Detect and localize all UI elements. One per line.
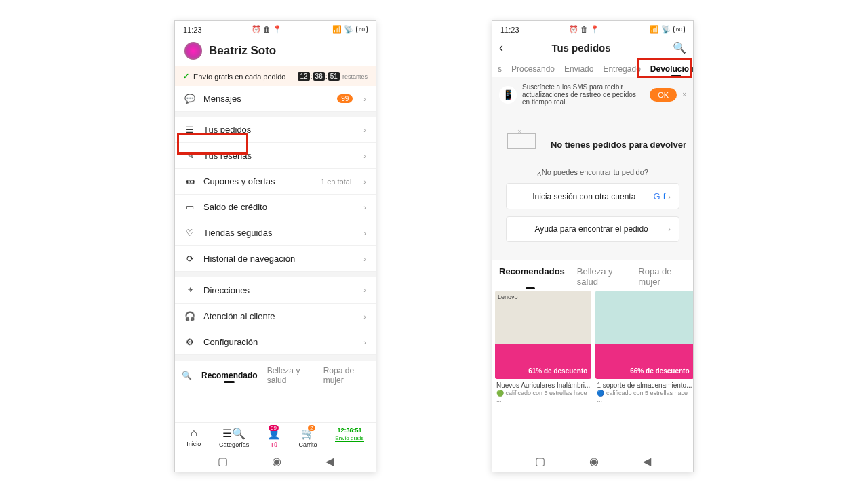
- heart-icon: ♡: [184, 228, 195, 238]
- tab-belleza[interactable]: Belleza y salud: [577, 266, 627, 287]
- row-saldo[interactable]: ▭ Saldo de crédito ›: [175, 195, 376, 220]
- android-nav: ▢ ◉ ◀: [175, 449, 376, 472]
- chevron-right-icon: ›: [363, 312, 366, 321]
- rec-tabs-2: Recomendados Belleza y salud Ropa de muj…: [492, 260, 693, 291]
- product-grid: Lenovo 61% de descuento Nuevos Auricular…: [492, 291, 693, 404]
- categories-icon: ☰🔍: [222, 427, 245, 440]
- check-icon: ✓: [183, 72, 189, 81]
- close-icon[interactable]: ×: [682, 91, 686, 98]
- chat-icon: 💬: [184, 94, 195, 104]
- row-mensajes[interactable]: 💬 Mensajes 99 ›: [175, 86, 376, 112]
- chevron-right-icon: ›: [363, 286, 366, 294]
- avatar[interactable]: [184, 42, 202, 60]
- tab-ropa[interactable]: Ropa de mujer: [323, 366, 369, 385]
- row-config[interactable]: ⚙ Configuración ›: [175, 329, 376, 355]
- back-key-icon[interactable]: ◀: [326, 455, 334, 468]
- chevron-right-icon: ›: [363, 338, 366, 346]
- chevron-right-icon: ›: [668, 225, 671, 233]
- signin-card[interactable]: Inicia sesión con otra cuenta G f ›: [506, 183, 679, 209]
- home-key-icon[interactable]: ◉: [272, 455, 281, 468]
- rec-tabs: 🔍 Recomendado Belleza y salud Ropa de mu…: [175, 361, 376, 390]
- free-shipping-banner: ✓ Envío gratis en cada pedido 12:36:51 r…: [175, 66, 376, 86]
- tab-entregado[interactable]: Entregado: [603, 64, 640, 74]
- home-icon: ⌂: [191, 427, 197, 439]
- android-nav: ▢ ◉ ◀: [492, 449, 693, 472]
- sms-icon: 📱: [499, 86, 517, 104]
- product-image: 66% de descuento: [595, 291, 693, 379]
- empty-box-icon: [507, 133, 536, 149]
- battery-icon: 60: [356, 26, 368, 33]
- credit-icon: ▭: [184, 202, 195, 212]
- back-key-icon[interactable]: ◀: [643, 455, 651, 468]
- chevron-right-icon: ›: [363, 255, 366, 263]
- chevron-right-icon: ›: [363, 95, 366, 103]
- phone-orders: 11:23 ⏰ 🗑 📍 📶 📡 60 ‹ Tus pedidos 🔍 s Pro…: [492, 20, 694, 472]
- status-bar: 11:23 ⏰ 🗑 📍 📶 📡 60: [175, 21, 376, 35]
- help-card[interactable]: Ayuda para encontrar el pedido ›: [506, 216, 679, 242]
- product-card[interactable]: 66% de descuento 1 soporte de almacenami…: [595, 291, 693, 404]
- msg-badge: 99: [337, 94, 353, 103]
- search-icon[interactable]: 🔍: [182, 371, 192, 380]
- support-icon: 🎧: [184, 311, 195, 321]
- row-historial[interactable]: ⟳ Historial de navegación ›: [175, 246, 376, 272]
- nav-categorias[interactable]: ☰🔍Categorías: [219, 427, 249, 448]
- row-direcciones[interactable]: ⌖ Direcciones ›: [175, 277, 376, 304]
- find-text: ¿No puedes encontrar tu pedido?: [499, 168, 686, 176]
- status-right: 📶 📡 60: [332, 25, 368, 34]
- product-card[interactable]: Lenovo 61% de descuento Nuevos Auricular…: [495, 291, 591, 404]
- orders-header: ‹ Tus pedidos 🔍: [492, 35, 693, 60]
- tab-procesando[interactable]: Procesando: [511, 64, 555, 74]
- chevron-right-icon: ›: [363, 178, 366, 186]
- ok-button[interactable]: OK: [650, 88, 677, 102]
- tab-belleza[interactable]: Belleza y salud: [267, 366, 314, 385]
- search-icon[interactable]: 🔍: [673, 41, 686, 54]
- chevron-right-icon: ›: [668, 192, 671, 201]
- tab-recomendados[interactable]: Recomendados: [499, 266, 565, 287]
- tab-recomendado[interactable]: Recomendado: [201, 371, 258, 380]
- tab-enviado[interactable]: Enviado: [564, 64, 593, 74]
- recent-icon[interactable]: ▢: [218, 455, 228, 468]
- shipping-text: Envío gratis en cada pedido: [193, 73, 285, 81]
- chevron-right-icon: ›: [363, 203, 366, 211]
- sms-banner: 📱 Suscríbete a los SMS para recibir actu…: [492, 77, 693, 113]
- tab-ropa[interactable]: Ropa de mujer: [638, 266, 686, 287]
- bottom-nav: ⌂Inicio ☰🔍Categorías 👤99Tú 🛒2Carrito 12:…: [175, 422, 376, 449]
- highlight-pedidos: [177, 133, 248, 155]
- phone-account: 11:23 ⏰ 🗑 📍 📶 📡 60 Beatriz Soto ✓ Envío …: [174, 20, 376, 472]
- highlight-devoluciones: [637, 58, 692, 78]
- row-cupones[interactable]: 🎟 Cupones y ofertas 1 en total ›: [175, 169, 376, 195]
- nav-envio[interactable]: 12:36:51Envío gratis: [335, 427, 363, 448]
- chevron-right-icon: ›: [363, 152, 366, 160]
- nav-tu[interactable]: 👤99Tú: [267, 427, 281, 448]
- chevron-right-icon: ›: [363, 126, 366, 134]
- coupon-icon: 🎟: [184, 176, 195, 186]
- gear-icon: ⚙: [184, 337, 195, 347]
- google-icon: G: [654, 191, 660, 201]
- username: Beatriz Soto: [209, 44, 276, 58]
- nav-inicio[interactable]: ⌂Inicio: [186, 427, 201, 448]
- page-title: Tus pedidos: [495, 42, 667, 54]
- nav-carrito[interactable]: 🛒2Carrito: [299, 427, 317, 448]
- product-image: Lenovo 61% de descuento: [495, 291, 591, 379]
- facebook-icon: f: [663, 191, 666, 201]
- chevron-right-icon: ›: [363, 229, 366, 237]
- row-atencion[interactable]: 🎧 Atención al cliente ›: [175, 304, 376, 329]
- recent-icon[interactable]: ▢: [535, 455, 545, 468]
- row-tiendas[interactable]: ♡ Tiendas seguidas ›: [175, 220, 376, 246]
- history-icon: ⟳: [184, 253, 195, 264]
- empty-state: No tienes pedidos para devolver ¿No pued…: [492, 113, 693, 260]
- status-time: 11:23: [183, 26, 202, 34]
- home-key-icon[interactable]: ◉: [589, 455, 599, 468]
- status-bar: 11:23 ⏰ 🗑 📍 📶 📡 60: [492, 21, 693, 35]
- location-icon: ⌖: [184, 285, 195, 296]
- profile-header: Beatriz Soto: [175, 35, 376, 66]
